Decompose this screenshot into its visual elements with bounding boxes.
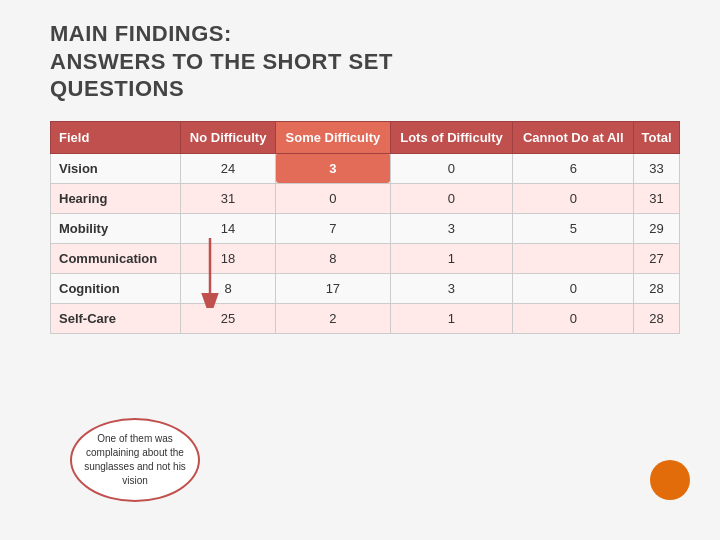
cannot-do-cell [513, 243, 634, 273]
some-diff-cell: 8 [276, 243, 390, 273]
some-diff-cell: 0 [276, 183, 390, 213]
total-cell: 28 [634, 273, 680, 303]
some-diff-cell: 7 [276, 213, 390, 243]
col-header-no-diff: No Difficulty [181, 121, 276, 153]
field-cell: Vision [51, 153, 181, 183]
cannot-do-cell: 0 [513, 183, 634, 213]
lots-diff-cell: 1 [390, 243, 513, 273]
no-diff-cell: 24 [181, 153, 276, 183]
some-diff-cell: 17 [276, 273, 390, 303]
field-cell: Hearing [51, 183, 181, 213]
col-header-lots-diff: Lots of Difficulty [390, 121, 513, 153]
some-diff-cell: 2 [276, 303, 390, 333]
total-cell: 33 [634, 153, 680, 183]
lots-diff-cell: 1 [390, 303, 513, 333]
annotation-bubble: One of them was complaining about the su… [70, 418, 200, 502]
total-cell: 31 [634, 183, 680, 213]
total-cell: 27 [634, 243, 680, 273]
title-block: MAIN FINDINGS: ANSWERS TO THE SHORT SET … [50, 20, 680, 103]
field-cell: Self-Care [51, 303, 181, 333]
table-row: Vision2430633 [51, 153, 680, 183]
table-row: Self-Care2521028 [51, 303, 680, 333]
lots-diff-cell: 3 [390, 213, 513, 243]
field-cell: Cognition [51, 273, 181, 303]
col-header-cannot-do: Cannot Do at All [513, 121, 634, 153]
field-cell: Mobility [51, 213, 181, 243]
cannot-do-cell: 0 [513, 303, 634, 333]
lots-diff-cell: 0 [390, 183, 513, 213]
col-header-some-diff: Some Difficulty [276, 121, 390, 153]
table-row: Communication188127 [51, 243, 680, 273]
table-row: Cognition8173028 [51, 273, 680, 303]
page-title: MAIN FINDINGS: ANSWERS TO THE SHORT SET … [50, 20, 680, 103]
cannot-do-cell: 0 [513, 273, 634, 303]
col-header-field: Field [51, 121, 181, 153]
annotation-arrow [200, 238, 260, 308]
field-cell: Communication [51, 243, 181, 273]
table-row: Hearing3100031 [51, 183, 680, 213]
cannot-do-cell: 5 [513, 213, 634, 243]
some-diff-cell: 3 [276, 153, 390, 183]
cannot-do-cell: 6 [513, 153, 634, 183]
col-header-total: Total [634, 121, 680, 153]
slide-container: MAIN FINDINGS: ANSWERS TO THE SHORT SET … [0, 0, 720, 540]
total-cell: 28 [634, 303, 680, 333]
lots-diff-cell: 3 [390, 273, 513, 303]
total-cell: 29 [634, 213, 680, 243]
data-table: Field No Difficulty Some Difficulty Lots… [50, 121, 680, 334]
orange-circle-decoration [650, 460, 690, 500]
no-diff-cell: 31 [181, 183, 276, 213]
lots-diff-cell: 0 [390, 153, 513, 183]
table-row: Mobility1473529 [51, 213, 680, 243]
